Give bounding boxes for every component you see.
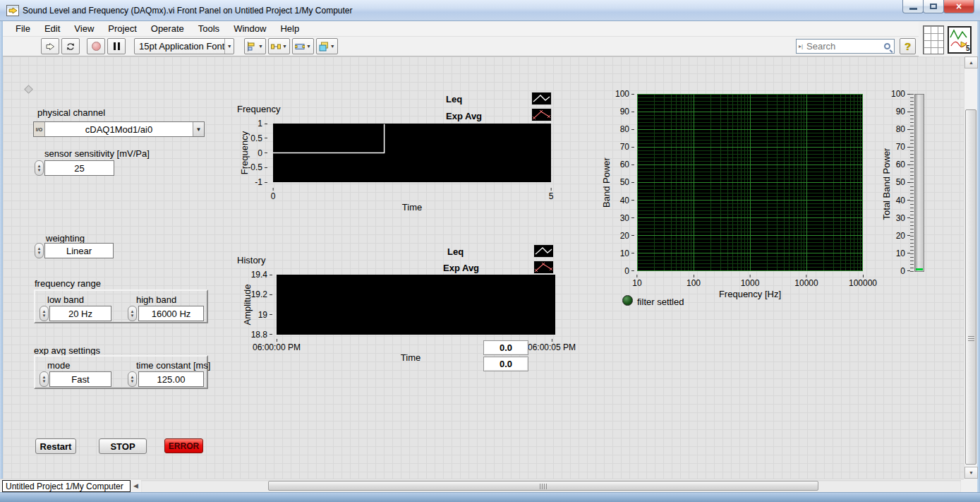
chevron-down-icon: ▼ [227,44,232,49]
low-band-spinner[interactable]: ▲▼ [40,306,49,321]
close-button[interactable]: × [943,0,974,13]
weighting-value[interactable]: Linear [44,243,114,258]
mode-value[interactable]: Fast [49,371,111,387]
time-constant-value[interactable]: 125.00 [138,371,204,387]
distribute-objects-dropdown[interactable]: ▼ [268,38,290,54]
horizontal-scroll-thumb[interactable] [268,481,818,491]
tick-label: 10 [620,249,634,258]
run-continuous-icon [65,41,76,52]
search-options-icon[interactable]: ▸| [799,43,803,49]
tick-label: 0 [271,188,276,201]
alignment-grid-icon[interactable] [923,25,944,54]
tick-label: 1 [258,119,267,128]
sensor-sensitivity-spinner[interactable]: ▲▼ [35,160,44,176]
help-button[interactable]: ? [900,38,916,54]
tick-label: 0 [900,267,910,275]
total-band-power-ticks: 1009080706050403020100 [879,90,910,275]
chevron-down-icon: ▼ [196,126,202,133]
vi-icon[interactable]: 5 [948,26,972,54]
tick-label: 50 [896,178,910,186]
align-objects-dropdown[interactable]: ▼ [244,38,266,54]
window-border-right [977,21,980,492]
leq-line-icon [532,92,551,104]
chevron-down-icon: ▼ [306,44,311,49]
legend-icon-expavg[interactable] [531,108,552,121]
restart-button[interactable]: Restart [35,438,76,454]
font-selector[interactable]: 15pt Application Font ▼ [134,38,234,54]
maximize-button[interactable] [923,0,944,13]
physical-channel-combo[interactable]: I/O cDAQ1Mod1/ai0 ▼ [33,121,205,137]
reorder-dropdown[interactable]: ▼ [316,38,338,54]
chevron-down-icon: ▼ [969,470,974,475]
exp-avg-settings-cluster: mode ▲▼ Fast time constant [ms] ▲▼ 125.0… [34,355,208,389]
vertical-scroll-thumb[interactable] [965,109,976,465]
history-legend-icon-expavg[interactable] [533,261,554,274]
tick-label: 90 [896,107,910,116]
scroll-left-icon[interactable]: ◀ [133,482,138,489]
tick-label: 80 [896,125,910,133]
error-button[interactable]: ERROR [164,438,203,453]
band-power-grid [637,94,863,271]
weighting-spinner[interactable]: ▲▼ [35,243,44,258]
execution-target-selector[interactable]: Untitled Project 1/My Computer [2,480,131,492]
search-box[interactable]: ▸| [796,39,895,54]
menu-item-project[interactable]: Project [101,22,143,35]
tick-label: 30 [896,214,910,222]
resize-objects-dropdown[interactable]: ▼ [292,38,314,54]
history-legend-label-expavg: Exp Avg [443,263,479,273]
frequency-range-cluster: low band ▲▼ 20 Hz high band ▲▼ 16000 Hz [34,289,208,323]
vertical-scrollbar[interactable]: ▲ ▼ [964,56,977,479]
toolbar: 15pt Application Font ▼ ▼ ▼ [3,37,919,56]
scroll-down-button[interactable]: ▼ [964,467,978,479]
minimize-button[interactable] [902,0,924,13]
pause-button[interactable] [107,38,126,54]
frequency-series-line [273,124,551,182]
high-band-value[interactable]: 16000 Hz [138,306,204,321]
tick-label: 20 [620,232,634,240]
expavg-line-icon [534,261,553,273]
band-power-y-ticks: 1009080706050403020100 [606,90,634,275]
menu-item-help[interactable]: Help [273,22,306,35]
tick-label: 10 [632,275,641,288]
legend-icon-leq[interactable] [531,92,552,105]
menu-item-window[interactable]: Window [226,22,273,35]
sensor-sensitivity-label: sensor sensitivity [mV/Pa] [44,148,150,159]
run-continuously-button[interactable] [61,38,80,54]
chevron-down-icon: ▼ [282,44,287,49]
leq-line-icon [534,245,553,257]
chevron-up-icon: ▲ [969,60,974,65]
run-button[interactable] [41,38,59,54]
low-band-value[interactable]: 20 Hz [49,306,111,321]
horizontal-scrollbar[interactable] [141,480,961,492]
leq-value-indicator: 0.0 [483,340,528,355]
menu-item-tools[interactable]: Tools [191,22,226,35]
frequency-chart-title: Frequency [237,104,280,114]
maximize-icon [930,4,937,9]
high-band-label: high band [136,294,176,305]
history-legend-icon-leq[interactable] [533,244,554,258]
physical-channel-dropdown[interactable]: ▼ [193,122,204,136]
high-band-spinner[interactable]: ▲▼ [128,306,137,321]
tick-label: 10 [896,249,910,258]
font-selector-dropdown[interactable]: ▼ [224,39,234,54]
scroll-up-button[interactable]: ▲ [964,56,978,68]
stop-button[interactable]: STOP [99,438,147,454]
time-constant-spinner[interactable]: ▲▼ [128,371,137,387]
window-border-bottom [0,492,980,502]
physical-channel-value[interactable]: cDAQ1Mod1/ai0 [45,122,193,136]
menu-item-file[interactable]: File [8,22,37,35]
origin-marker-icon [24,85,33,94]
chevron-down-icon: ▼ [258,44,263,49]
sensor-sensitivity-value[interactable]: 25 [44,160,114,176]
menubar: File Edit View Project Operate Tools Win… [3,21,919,37]
menu-item-view[interactable]: View [67,22,101,35]
menu-item-operate[interactable]: Operate [144,22,191,35]
search-input[interactable] [805,40,884,52]
tick-label: 0 [258,149,267,157]
tick-label: 80 [620,125,634,133]
frequency-y-ticks: 10.50-0.5-1 [236,119,267,186]
menu-item-edit[interactable]: Edit [37,22,67,35]
mode-spinner[interactable]: ▲▼ [40,371,49,387]
abort-button[interactable] [87,38,105,54]
weighting-label: weighting [46,233,85,244]
